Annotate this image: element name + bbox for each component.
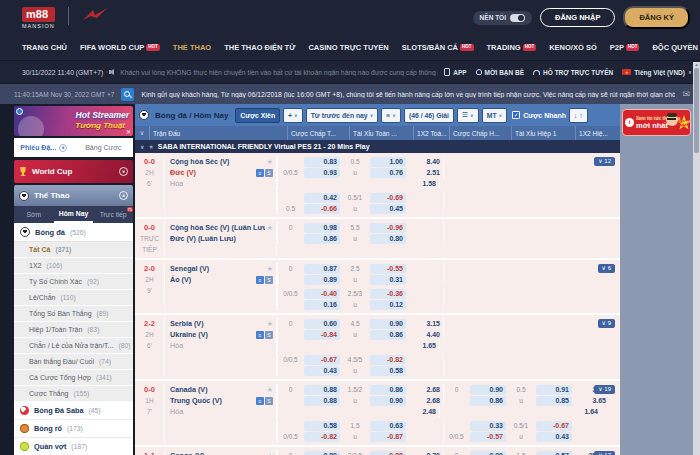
odds-value[interactable]: 0.89 [304, 275, 340, 285]
more-markets-badge[interactable]: ∨ 6 [598, 264, 615, 273]
team-row[interactable]: Đức (V) (Luân Lưu) [170, 233, 273, 244]
team-row[interactable]: Ukraine (V)≡S [170, 329, 273, 340]
world-cup-section[interactable]: World Cup ∨ [14, 160, 133, 183]
sports-section-header[interactable]: Thể Thao ∧ [14, 185, 133, 206]
sidebar-bet-type[interactable]: Tỷ Số Chính Xác(92) [14, 274, 133, 290]
sidebar-bet-type[interactable]: Chẵn / Lẻ của Nửa trận/T...(80) [14, 338, 133, 354]
team-row[interactable]: Trung Quốc (V)≡S [170, 395, 273, 406]
sidebar-bet-type[interactable]: Cược Thắng(155) [14, 386, 133, 402]
odds-value[interactable]: 2.68 [407, 384, 443, 395]
odds-value[interactable]: -0.82 [304, 432, 340, 442]
nav-item[interactable]: FIFA WORLD CUPHOT [80, 43, 160, 52]
favorite-star-icon[interactable]: ★ [267, 452, 273, 455]
dark-mode-toggle[interactable]: NỀN TỐI [473, 11, 532, 25]
odds-value[interactable]: 0.76 [370, 168, 406, 178]
odds-value[interactable]: 0.42 [304, 193, 340, 203]
sidebar-bet-type[interactable]: Bàn thắng Đầu/ Cuối(74) [14, 354, 133, 370]
odds-value[interactable]: -0.96 [370, 223, 406, 233]
close-icon[interactable]: ✕ [126, 128, 131, 135]
odds-value[interactable]: 0.16 [304, 300, 340, 310]
league-star-icon[interactable]: ★ [148, 143, 153, 150]
ticker-link[interactable]: HỖ TRỢ TRỰC TUYẾN [533, 69, 613, 76]
odds-value[interactable]: 0.88 [304, 385, 340, 395]
login-button[interactable]: ĐĂNG NHẬP [540, 8, 615, 27]
collapse-chevron-icon[interactable]: ∨ [140, 144, 144, 150]
odds-value[interactable]: 2.51 [407, 167, 443, 178]
odds-value[interactable]: 1.65 [403, 340, 439, 351]
stream-badge-icon[interactable]: S [265, 397, 273, 405]
odds-value[interactable]: 0.90 [370, 396, 406, 406]
odds-value[interactable]: 0.90 [470, 385, 506, 395]
sidebar-bet-type[interactable]: Hiệp 1/Toàn Trận(83) [14, 322, 133, 338]
odds-value[interactable]: 2.48 [403, 406, 439, 417]
sort-dropdown[interactable]: ≡∨ [381, 108, 401, 123]
team-row[interactable]: Cộng hòa Séc (V) (Luân Lưu)★ [170, 222, 273, 233]
odds-sort-button[interactable]: ↓↑ [569, 108, 588, 123]
odds-value[interactable]: 0.80 [304, 451, 340, 455]
odds-value[interactable]: 0.58 [370, 366, 406, 376]
league-filter-button[interactable]: (46 / 46) Giải [404, 108, 454, 123]
odds-value[interactable]: 3.65 [573, 395, 609, 406]
stats-badge-icon[interactable]: ≡ [256, 169, 264, 177]
odds-value[interactable]: 0.86 [370, 385, 406, 395]
search-button[interactable] [121, 88, 134, 101]
odds-value[interactable]: 4.40 [407, 329, 443, 340]
chevron-down-icon[interactable]: ∨ [119, 167, 128, 176]
m88-logo[interactable]: m88 MANSION [22, 7, 108, 29]
dark-mode-switch-icon[interactable] [510, 14, 525, 22]
odds-value[interactable]: 0.57 [536, 451, 572, 455]
odds-value[interactable]: 0.86 [304, 234, 340, 244]
quick-bet-checkbox[interactable]: ✓Cược Nhanh [512, 111, 566, 119]
favorite-star-icon[interactable]: ★ [267, 224, 273, 232]
nav-item[interactable]: THỂ THAO [173, 43, 211, 52]
team-row[interactable]: Cộng hòa Séc (V)★ [170, 156, 273, 167]
stream-badge-icon[interactable]: S [265, 169, 273, 177]
odds-value[interactable]: -0.84 [304, 330, 340, 340]
odds-value[interactable]: -0.67 [536, 421, 572, 431]
sidebar-sport-item[interactable]: Bóng rổ(173) [14, 420, 133, 438]
odds-value[interactable]: 0.63 [370, 421, 406, 431]
odds-type-dropdown[interactable]: MT∨ [482, 108, 507, 123]
odds-value[interactable]: 0.58 [304, 421, 340, 431]
league-header[interactable]: ∨ ★ SABA INTERNATIONAL FRIENDLY Virtual … [135, 140, 620, 153]
odds-value[interactable]: 0.80 [370, 234, 406, 244]
odds-value[interactable]: -0.55 [370, 264, 406, 274]
nav-item[interactable]: P2PHOT [610, 43, 640, 52]
scrollbar-thumb[interactable] [694, 68, 699, 153]
team-row[interactable]: Serbia (V)★ [170, 318, 273, 329]
odds-value[interactable]: -0.69 [370, 193, 406, 203]
parlay-button[interactable]: Cược Xiên [235, 108, 280, 123]
odds-value[interactable]: 0.43 [536, 432, 572, 442]
odds-value[interactable]: -0.40 [304, 289, 340, 299]
odds-value[interactable]: 0.91 [536, 385, 572, 395]
chevron-up-icon[interactable]: ∧ [119, 191, 128, 200]
sidebar-bet-type[interactable]: Lẻ/Chẵn(110) [14, 290, 133, 306]
odds-value[interactable]: 3.15 [407, 318, 443, 329]
team-row[interactable]: Senegal (V)★ [170, 263, 273, 274]
sidebar-item-football[interactable]: Bóng đá (526) [14, 223, 133, 242]
register-button[interactable]: ĐĂNG KÝ [623, 6, 690, 29]
day-tab[interactable]: Hôm Nay [54, 206, 94, 223]
odds-value[interactable]: 0.88 [304, 396, 340, 406]
nav-item[interactable]: ĐỘC QUYỀN [652, 43, 697, 52]
odds-value[interactable]: 0.12 [370, 300, 406, 310]
mail-icon[interactable]: ✉ [682, 89, 690, 99]
betslip-tab[interactable]: Bảng Cược [74, 144, 134, 151]
nav-item[interactable]: SLOTS/BẮN CÁHOT [402, 43, 474, 52]
vertical-scrollbar[interactable]: ▲ [693, 62, 700, 455]
team-row[interactable]: Hòa [170, 340, 273, 351]
sports-news-banner[interactable]: i Xem tin tức thể thao mới nhất Nhấn vào… [622, 109, 691, 136]
odds-value[interactable]: -0.57 [470, 432, 506, 442]
favorite-star-icon[interactable]: ★ [267, 320, 273, 328]
sidebar-bet-type[interactable]: 1X2(106) [14, 258, 133, 274]
day-tab[interactable]: Sớm [14, 206, 54, 223]
team-row[interactable]: Hòa [170, 406, 273, 417]
odds-value[interactable]: 0.90 [370, 319, 406, 329]
odds-value[interactable]: 0.86 [370, 330, 406, 340]
ticker-link[interactable]: APP [444, 68, 466, 76]
language-selector[interactable]: ★Tiếng Việt (VND)∨ [622, 69, 692, 76]
odds-value[interactable]: 9.70 [407, 450, 443, 455]
team-row[interactable]: Congo (V)★ [170, 450, 273, 455]
ticker-link[interactable]: MỜI BẠN BÈ [476, 69, 525, 76]
more-markets-badge[interactable]: ∨ 12 [594, 157, 615, 166]
